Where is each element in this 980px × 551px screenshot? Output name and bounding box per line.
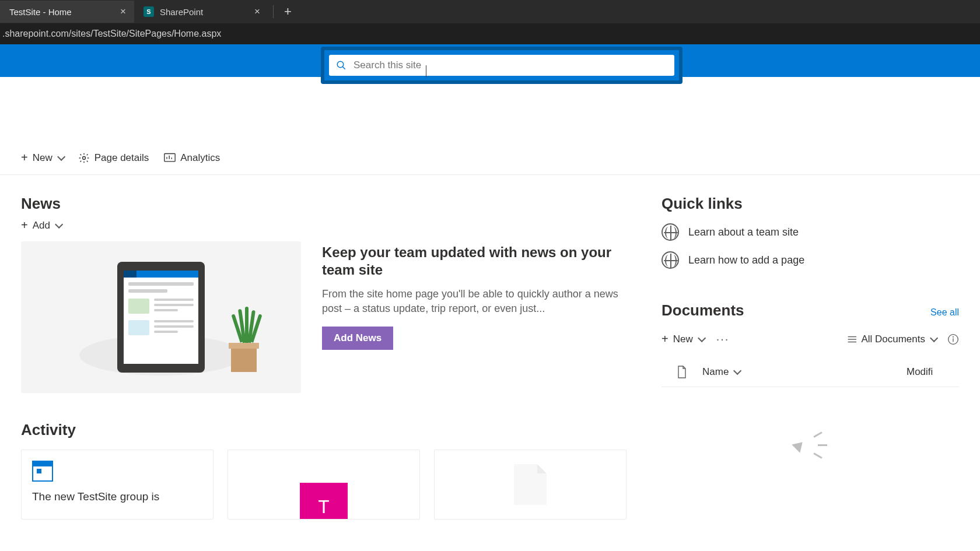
tab-title: SharePoint	[160, 7, 203, 17]
main-canvas: News + Add	[0, 175, 980, 520]
search-highlight-box	[321, 47, 682, 84]
tab-title: TestSite - Home	[9, 7, 72, 17]
activity-section: Activity The new TestSite group is T	[21, 421, 626, 520]
browser-tab-active[interactable]: TestSite - Home ×	[0, 1, 134, 23]
close-icon[interactable]: ×	[120, 6, 126, 17]
new-tab-button[interactable]: +	[278, 4, 298, 19]
page-details-label: Page details	[94, 152, 149, 164]
documents-heading: Documents	[662, 301, 744, 320]
news-row: Keep your team updated with news on your…	[21, 241, 626, 393]
file-icon	[677, 366, 687, 378]
new-label: New	[33, 152, 52, 164]
column-name-label: Name	[702, 366, 729, 378]
sharepoint-favicon-icon: S	[144, 6, 154, 17]
left-column: News + Add	[21, 195, 626, 520]
news-promo-text: Keep your team updated with news on your…	[322, 241, 626, 393]
activity-card[interactable]	[434, 450, 626, 520]
documents-column-header: Name Modifi	[662, 366, 959, 387]
documents-new-button[interactable]: + New	[662, 332, 704, 346]
quick-link-item[interactable]: Learn how to add a page	[662, 251, 959, 269]
chevron-down-icon	[698, 334, 706, 342]
view-label: All Documents	[861, 334, 925, 345]
activity-cards: The new TestSite group is T	[21, 450, 626, 520]
search-icon	[336, 60, 346, 71]
activity-card[interactable]: T	[228, 450, 420, 520]
url-text: .sharepoint.com/sites/TestSite/SitePages…	[2, 29, 221, 39]
column-name[interactable]: Name	[702, 366, 907, 378]
news-placeholder-image	[21, 241, 301, 393]
site-tile-icon: T	[300, 483, 348, 520]
close-icon[interactable]: ×	[254, 6, 260, 17]
activity-card[interactable]: The new TestSite group is	[21, 450, 214, 520]
address-bar[interactable]: .sharepoint.com/sites/TestSite/SitePages…	[0, 23, 980, 44]
column-modified-label: Modifi	[907, 366, 933, 377]
quick-links-heading: Quick links	[662, 195, 959, 213]
documents-empty-state	[662, 434, 959, 475]
documents-toolbar: + New ··· All Documents	[662, 332, 959, 346]
gear-icon	[78, 152, 90, 164]
analytics-button[interactable]: Analytics	[164, 152, 220, 164]
outlook-icon	[32, 461, 53, 482]
add-news-button[interactable]: Add News	[322, 327, 393, 350]
add-label: Add	[33, 220, 50, 231]
activity-card-title: The new TestSite group is	[32, 490, 202, 504]
globe-icon	[662, 223, 679, 241]
plus-icon: +	[21, 151, 28, 164]
browser-tab[interactable]: S SharePoint ×	[134, 1, 268, 23]
analytics-label: Analytics	[180, 152, 220, 164]
svg-rect-3	[164, 153, 175, 161]
globe-icon	[662, 251, 679, 269]
documents-new-label: New	[673, 334, 693, 345]
suite-header	[0, 44, 980, 77]
svg-point-0	[337, 61, 344, 68]
plus-icon: +	[21, 219, 28, 232]
new-button[interactable]: + New	[21, 151, 63, 164]
command-bar: + New Page details Analytics	[0, 141, 980, 175]
svg-point-2	[82, 156, 85, 159]
quick-link-label: Learn about a team site	[688, 226, 799, 238]
chevron-down-icon	[55, 220, 63, 228]
column-modified[interactable]: Modifi	[907, 366, 959, 378]
news-promo-title: Keep your team updated with news on your…	[322, 244, 626, 279]
svg-point-9	[953, 336, 954, 337]
quick-link-label: Learn how to add a page	[688, 254, 804, 266]
chevron-down-icon	[57, 152, 65, 160]
tab-separator	[273, 5, 274, 18]
plus-icon: +	[662, 332, 668, 346]
svg-line-1	[342, 66, 345, 69]
browser-tab-strip: TestSite - Home × S SharePoint × +	[0, 0, 980, 23]
quick-link-item[interactable]: Learn about a team site	[662, 223, 959, 241]
right-column: Quick links Learn about a team site Lear…	[662, 195, 959, 520]
document-icon	[514, 464, 547, 505]
site-header-area	[0, 77, 980, 141]
news-heading: News	[21, 195, 626, 213]
search-input[interactable]	[354, 59, 667, 71]
news-promo-description: From the site home page you'll be able t…	[322, 287, 626, 316]
see-all-link[interactable]: See all	[930, 307, 959, 318]
chevron-down-icon	[733, 367, 741, 375]
chevron-down-icon	[930, 334, 938, 342]
more-actions-icon[interactable]: ···	[716, 332, 730, 346]
text-caret	[426, 65, 426, 77]
page-details-button[interactable]: Page details	[78, 152, 149, 164]
list-icon	[846, 335, 856, 343]
info-icon[interactable]	[947, 334, 959, 345]
view-selector[interactable]: All Documents	[846, 334, 936, 345]
cursor-click-icon	[784, 434, 836, 475]
analytics-icon	[164, 153, 176, 163]
news-add-button[interactable]: + Add	[21, 219, 626, 232]
site-search-box[interactable]	[329, 55, 674, 76]
documents-section: Documents See all + New ···	[662, 301, 959, 475]
activity-heading: Activity	[21, 421, 626, 439]
